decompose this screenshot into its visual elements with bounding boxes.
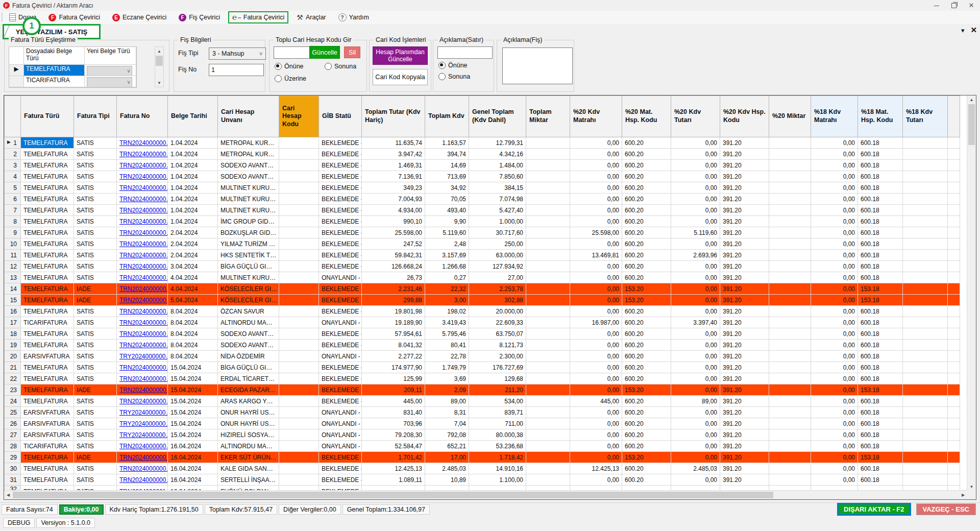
cell-miktar[interactable] xyxy=(526,441,570,452)
column-header-m20[interactable]: %20 Kdv Matrahı xyxy=(570,96,622,137)
cell-row-selector[interactable]: 2 xyxy=(5,149,21,160)
cell-m18k[interactable]: 600.18 xyxy=(858,261,903,272)
cell-t20k[interactable]: 391.20 xyxy=(720,362,769,373)
cell-m20[interactable]: 16.987,00 xyxy=(570,317,622,328)
cell-kdv[interactable]: 80,41 xyxy=(425,340,469,351)
cell-miktar[interactable] xyxy=(526,283,570,295)
cell-tutar[interactable]: 12.425,13 xyxy=(362,463,425,474)
cell-m20k[interactable]: 153.20 xyxy=(622,384,671,396)
cell-miktar[interactable] xyxy=(526,317,570,328)
cell-tipi[interactable]: SATIS xyxy=(74,171,117,182)
cell-turu[interactable]: EARSIVFATURA xyxy=(21,407,74,418)
cell-miktar[interactable] xyxy=(526,137,570,149)
cell-row-selector[interactable]: 3 xyxy=(5,160,21,171)
cell-tutar[interactable]: 3.947,42 xyxy=(362,149,425,160)
cell-kod[interactable] xyxy=(279,474,319,486)
cell-unvan[interactable]: MULTINET KURU… xyxy=(218,182,279,194)
cell-tarih[interactable]: 8.04.2024 xyxy=(168,351,218,362)
cell-gib[interactable]: ONAYLANDI - S… xyxy=(319,429,362,441)
cell-turu[interactable]: TEMELFATURA xyxy=(21,474,74,486)
cell-t20k[interactable]: 391.20 xyxy=(720,396,769,407)
cell-genel[interactable]: 30.717,60 xyxy=(469,227,526,238)
cell-genel[interactable]: 12.799,31 xyxy=(469,137,526,149)
scroll-right-icon[interactable]: ▶ xyxy=(959,491,967,499)
cell-genel[interactable]: 1.718,42 xyxy=(469,452,526,463)
cell-mik20[interactable] xyxy=(769,205,811,216)
cell-gib[interactable]: BEKLEMEDE - SA… xyxy=(319,340,362,351)
scrollbar-thumb[interactable] xyxy=(968,104,975,145)
cell-genel[interactable]: 1.100,00 xyxy=(469,474,526,486)
column-header-no[interactable]: Fatura No xyxy=(117,96,168,137)
cell-turu[interactable]: EARSIVFATURA xyxy=(21,418,74,429)
radio-sonuna[interactable]: Sonuna xyxy=(438,73,470,80)
cell-mik20[interactable] xyxy=(769,149,811,160)
cell-t20k[interactable]: 391.20 xyxy=(720,160,769,171)
cell-gib[interactable]: BEKLEMEDE - SA… xyxy=(319,194,362,205)
cell-m20k[interactable]: 600.20 xyxy=(622,463,671,474)
cell-gib[interactable]: ONAYLANDI - S… xyxy=(319,407,362,418)
guncelle-button[interactable]: Güncelle xyxy=(309,46,340,59)
cell-mik20[interactable] xyxy=(769,160,811,171)
cell-m18[interactable]: 0,00 xyxy=(811,149,858,160)
cell-miktar[interactable] xyxy=(526,182,570,194)
cell-t20[interactable]: 0,00 xyxy=(671,182,720,194)
cell-kdv[interactable]: 7,04 xyxy=(425,418,469,429)
cell-m20[interactable]: 0,00 xyxy=(570,418,622,429)
cell-kod[interactable] xyxy=(279,238,319,250)
cell-turu[interactable]: TEMELFATURA xyxy=(21,328,74,340)
cell-kdv[interactable]: 1.266,68 xyxy=(425,261,469,272)
cell-m20k[interactable]: 600.20 xyxy=(622,272,671,283)
cell-no[interactable]: TRN2024000000… xyxy=(117,463,168,474)
cell-row-selector[interactable]: 9 xyxy=(5,227,21,238)
cell-t20k[interactable]: 391.20 xyxy=(720,351,769,362)
cell-kod[interactable] xyxy=(279,441,319,452)
scroll-down-icon[interactable]: ▼ xyxy=(155,79,163,87)
cell-m18[interactable]: 0,00 xyxy=(811,384,858,396)
cell-turu[interactable]: TEMELFATURA xyxy=(21,340,74,351)
cell-turu[interactable]: TEMELFATURA xyxy=(21,205,74,216)
fatura-no-link[interactable]: TRY2024000000… xyxy=(119,353,168,360)
cell-tipi[interactable]: SATIS xyxy=(74,227,117,238)
cell-tutar[interactable]: 1.089,11 xyxy=(362,474,425,486)
cell-t18[interactable] xyxy=(903,384,948,396)
cell-mik20[interactable] xyxy=(769,474,811,486)
cell-m18k[interactable]: 600.18 xyxy=(858,227,903,238)
cell-no[interactable]: TRN2024000000… xyxy=(117,149,168,160)
cell-no[interactable]: TRN2024000000… xyxy=(117,452,168,463)
cell-tutar[interactable]: 59.842,31 xyxy=(362,250,425,261)
cell-tutar[interactable]: 4.934,00 xyxy=(362,205,425,216)
cell-m18k[interactable]: 600.18 xyxy=(858,441,903,452)
cell-no[interactable]: TRN2024000000… xyxy=(117,295,168,306)
cell-kdv[interactable]: 2.485,03 xyxy=(425,463,469,474)
cell-genel[interactable]: 250,00 xyxy=(469,238,526,250)
cell-kod[interactable] xyxy=(279,261,319,272)
cell-tipi[interactable]: SATIS xyxy=(74,272,117,283)
dosyadaki-belge-turu-cell[interactable]: TEMELFATURA xyxy=(24,65,85,76)
cell-m20[interactable]: 0,00 xyxy=(570,160,622,171)
cell-tarih[interactable]: 15.04.2024 xyxy=(168,418,218,429)
cell-tarih[interactable]: 1.04.2024 xyxy=(168,216,218,227)
cell-unvan[interactable]: HIZIRELİ SOSYA… xyxy=(218,429,279,441)
cell-m20[interactable]: 0,00 xyxy=(570,205,622,216)
vazgec-button[interactable]: VAZGEÇ - ESC xyxy=(916,503,976,515)
cell-miktar[interactable] xyxy=(526,418,570,429)
cell-tarih[interactable]: 15.04.2024 xyxy=(168,429,218,441)
cell-m18[interactable]: 0,00 xyxy=(811,351,858,362)
cell-no[interactable]: TRN2024000000… xyxy=(117,373,168,384)
cell-m20[interactable]: 0,00 xyxy=(570,149,622,160)
cell-m20k[interactable]: 600.20 xyxy=(622,227,671,238)
scrollbar-thumb[interactable] xyxy=(13,492,773,498)
cell-tutar[interactable]: 349,23 xyxy=(362,182,425,194)
cell-no[interactable]: TRY2024000000… xyxy=(117,407,168,418)
cell-t20k[interactable]: 391.20 xyxy=(720,250,769,261)
cell-unvan[interactable]: YILMAZ TURİZM … xyxy=(218,238,279,250)
cell-miktar[interactable] xyxy=(526,261,570,272)
cell-row-selector[interactable]: ▶1 xyxy=(5,137,21,149)
cell-turu[interactable]: TEMELFATURA xyxy=(21,227,74,238)
cell-turu[interactable]: TICARIFATURA xyxy=(21,441,74,452)
cell-m18[interactable]: 0,00 xyxy=(811,171,858,182)
cell-tutar[interactable]: 703,96 xyxy=(362,418,425,429)
vertical-scrollbar[interactable]: ▲ ▼ xyxy=(967,95,976,491)
cell-tutar[interactable]: 7.004,93 xyxy=(362,194,425,205)
cell-m20[interactable]: 0,00 xyxy=(570,441,622,452)
